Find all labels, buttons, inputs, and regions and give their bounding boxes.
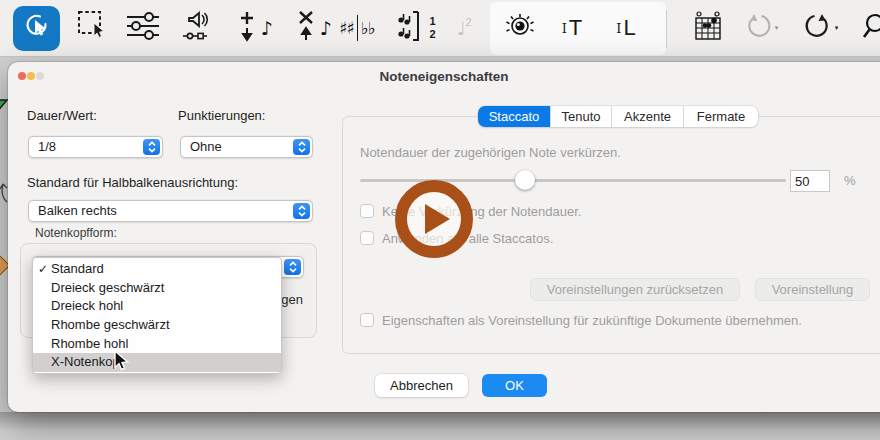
duration-select-value: 1/8 — [38, 139, 56, 154]
zoom-tool[interactable] — [862, 0, 880, 56]
stepper-icon — [143, 139, 160, 155]
accidental-divider — [357, 15, 358, 41]
menu-item-rhombe-geschwaerzt[interactable]: Rhombe geschwärzt — [33, 316, 281, 335]
show-hide-tool[interactable] — [498, 0, 542, 56]
toolbar: ♪ ♪ ♯♯ ♭♭ 1 2 ♩ — [0, 0, 880, 57]
chord-grid-icon — [694, 11, 722, 45]
pointer-select-icon — [22, 12, 52, 46]
marquee-select-icon — [77, 10, 109, 46]
undo-button-disabled: ▾ — [735, 0, 787, 56]
redo-button[interactable]: ▾ — [793, 0, 849, 56]
flats-icon: ♭♭ — [361, 18, 375, 38]
magnifier-icon — [862, 12, 880, 44]
menu-item-label: Standard — [51, 261, 104, 276]
save-preset-checkbox[interactable] — [360, 313, 374, 327]
playback-audio-tool[interactable] — [178, 0, 222, 56]
dots-select-value: Ohne — [190, 139, 222, 154]
toolbar-separator — [666, 10, 667, 48]
percent-label: % — [844, 173, 856, 188]
redo-menu-caret: ▾ — [835, 24, 839, 32]
check-icon: ✓ — [38, 260, 50, 279]
add-note-tool[interactable]: ♪ — [233, 0, 277, 56]
menu-item-dreieck-hohl[interactable]: Dreieck hohl — [33, 297, 281, 316]
voice-2-label: 2 — [429, 28, 435, 41]
x-arrow-icon — [296, 10, 316, 46]
menu-item-label: Rhombe geschwärzt — [51, 317, 170, 332]
note-icon: ♪ — [261, 17, 273, 39]
text-tool-t-glyph: T — [569, 15, 582, 41]
tab-staccato[interactable]: Staccato — [478, 106, 551, 127]
dots-label: Punktierungen: — [178, 108, 265, 123]
sharps-icon: ♯♯ — [339, 18, 353, 38]
save-preset-label: Eigenschaften als Voreinstellung für zuk… — [382, 313, 802, 328]
duration-select[interactable]: 1/8 — [28, 136, 163, 158]
voice-1-label: 1 — [429, 15, 435, 28]
menu-item-label: Rhombe hohl — [51, 336, 128, 351]
marquee-select-tool[interactable] — [73, 0, 113, 56]
lyrics-tool-i-glyph: I — [616, 21, 621, 36]
menu-item-x-notenkopf[interactable]: X-Notenkopf — [33, 353, 281, 372]
lyrics-tool[interactable]: I L — [604, 0, 648, 56]
delete-note-tool[interactable]: ♪ — [292, 0, 336, 56]
chord-diagram-tool[interactable] — [688, 0, 728, 56]
stepper-icon — [293, 203, 310, 219]
menu-item-label: Dreieck hohl — [51, 298, 123, 313]
preset-button: Voreinstellung — [755, 278, 870, 301]
staccato-description: Notendauer der zugehörigen Note verkürze… — [360, 145, 621, 160]
ok-button[interactable]: OK — [482, 374, 547, 397]
cancel-button[interactable]: Abbrechen — [375, 374, 468, 397]
menu-item-standard[interactable]: ✓ Standard — [33, 260, 281, 279]
menu-item-rhombe-hohl[interactable]: Rhombe hohl — [33, 335, 281, 354]
note-icon: ♪ — [320, 17, 332, 39]
desktop-background-strip — [0, 412, 880, 440]
voices-bracket-icon — [392, 9, 428, 47]
menu-item-dreieck-geschwaerzt[interactable]: Dreieck geschwärzt — [33, 279, 281, 298]
shorten-percent-input[interactable] — [790, 170, 830, 192]
apply-all-checkbox[interactable] — [360, 231, 374, 245]
gif-play-overlay-button[interactable] — [395, 180, 473, 258]
shorten-slider-thumb[interactable] — [515, 170, 535, 190]
tab-fermate[interactable]: Fermate — [684, 106, 758, 127]
notehead-label: Notenkopfform: — [35, 226, 117, 240]
text-tool-i-glyph: I — [562, 21, 567, 36]
articulation-tabs: Staccato Tenuto Akzente Fermate — [478, 106, 758, 127]
reset-presets-button: Voreinstellungen zurücksetzen — [530, 278, 740, 301]
speaker-icon — [181, 10, 219, 46]
undo-menu-caret: ▾ — [775, 24, 779, 32]
undo-icon — [744, 13, 772, 43]
eye-icon — [503, 12, 537, 44]
duration-label: Dauer/Wert: — [27, 108, 97, 123]
halfbeam-label: Standard für Halbbalkenausrichtung: — [27, 175, 238, 190]
voices-tool[interactable]: 1 2 — [390, 0, 438, 56]
filter-sliders-tool[interactable] — [123, 0, 163, 56]
halfbeam-select-value: Balken rechts — [38, 203, 117, 218]
note-sup-label: 2 — [465, 16, 471, 28]
plus-arrow-icon — [237, 10, 257, 46]
text-tool[interactable]: I T — [550, 0, 594, 56]
note-value-tool-disabled: ♩ 2 — [444, 0, 484, 56]
quarter-note-icon: ♩ — [456, 17, 465, 39]
halfbeam-select[interactable]: Balken rechts — [28, 200, 313, 222]
dots-select[interactable]: Ohne — [180, 136, 313, 158]
stepper-icon — [284, 259, 301, 275]
pointer-tool-selected[interactable] — [13, 6, 60, 51]
menu-item-label: Dreieck geschwärzt — [51, 280, 164, 295]
lyrics-tool-l-glyph: L — [623, 15, 635, 41]
redo-icon — [804, 13, 832, 43]
stepper-icon — [293, 139, 310, 155]
accidentals-tool[interactable]: ♯♯ ♭♭ — [333, 0, 381, 56]
tab-akzente[interactable]: Akzente — [612, 106, 684, 127]
notehead-menu: ✓ Standard Dreieck geschwärzt Dreieck ho… — [32, 257, 282, 374]
play-icon — [425, 204, 450, 234]
tab-tenuto[interactable]: Tenuto — [551, 106, 612, 127]
no-shortening-checkbox[interactable] — [360, 204, 374, 218]
dialog-title: Noteneigenschaften — [8, 69, 880, 84]
mouse-cursor — [113, 350, 131, 378]
sliders-icon — [126, 12, 160, 44]
